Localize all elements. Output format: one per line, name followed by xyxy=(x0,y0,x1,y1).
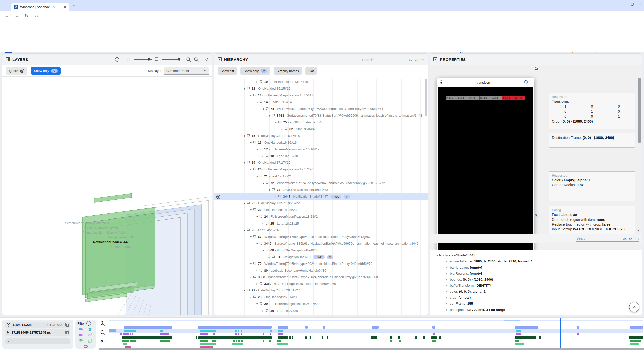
hierarchy-search-field[interactable]: Search Aaab(.*) xyxy=(362,56,424,63)
filter-rings-icon[interactable] xyxy=(84,344,88,349)
forward-icon[interactable]: → xyxy=(15,13,19,18)
layer-rect[interactable] xyxy=(94,193,132,202)
screen-recording-event[interactable] xyxy=(198,326,272,329)
tree-node-72[interactable]: ▼72 - WindowToken{a2746de type=2040 andr… xyxy=(214,180,428,187)
screen-recording-event[interactable] xyxy=(372,326,379,329)
visibility-eye-icon[interactable] xyxy=(216,195,221,199)
protolog-event[interactable] xyxy=(236,340,237,342)
scroll-down-icon[interactable]: ▼ xyxy=(637,229,640,232)
transactions-event[interactable] xyxy=(390,336,392,339)
filter-zigzag-icon[interactable] xyxy=(88,333,92,337)
tree-node-81[interactable]: 81 - NavigationBar0#81HWCV xyxy=(214,254,428,260)
window-manager-event[interactable] xyxy=(200,333,208,335)
property-item-activeBuffer[interactable]: activeBuffer: w: 1080, h: 2400, stride: … xyxy=(446,259,642,263)
tree-node-82[interactable]: 82 - StatusBar#82 xyxy=(214,126,428,133)
screen-recording-event[interactable] xyxy=(278,326,288,329)
protolog-event[interactable] xyxy=(277,340,281,342)
window-manager-event[interactable] xyxy=(126,333,128,335)
filter-listlines-icon[interactable] xyxy=(79,339,83,343)
screen-recording-event[interactable] xyxy=(577,326,580,329)
surface-flinger-event[interactable] xyxy=(124,330,136,332)
property-item-barrierLayer[interactable]: barrierLayer: [empty] xyxy=(446,266,642,269)
back-icon[interactable]: ← xyxy=(5,13,9,18)
screen-recording-event[interactable] xyxy=(323,326,325,329)
tree-node-19[interactable]: ▼19 - OneHanded:17:17#19 xyxy=(214,159,428,166)
window-minimize-button[interactable]: — xyxy=(622,2,625,6)
reload-icon[interactable]: ↻ xyxy=(25,13,28,19)
tree-node-74[interactable]: ▼74 - WindowToken{fdddbe6 type=2000 andr… xyxy=(214,106,428,112)
tree-node-25[interactable]: 25 - Le af:18:23#25 xyxy=(214,220,428,227)
view-capture-event[interactable] xyxy=(200,343,216,345)
prev-frame-icon[interactable]: ‹ xyxy=(8,340,9,343)
tab-search-chevron-icon[interactable]: ⌄ xyxy=(3,3,6,7)
surface-flinger-event[interactable] xyxy=(235,330,237,332)
surface-flinger-event[interactable] xyxy=(516,330,520,332)
transactions-event[interactable] xyxy=(539,336,542,339)
window-close-button[interactable]: ✕ xyxy=(639,2,642,6)
show-diff-button[interactable]: Show diff xyxy=(218,67,237,75)
ns-time-field[interactable]: ⚑ 1715339054227572545 ns xyxy=(5,329,70,336)
surface-flinger-event[interactable] xyxy=(238,330,239,332)
view-capture-event[interactable] xyxy=(123,343,127,345)
layers-3d-scene[interactable]: ScreenDecorOverlayBottom#61ScreenDecorOv… xyxy=(4,130,212,315)
property-item-dataspace[interactable]: dataspace: BT709 sRGB Full range xyxy=(446,308,642,312)
transactions-event[interactable] xyxy=(198,336,272,339)
tree-node-67[interactable]: ▼67 - WindowToken{e5176f9 type=2019 andr… xyxy=(214,234,428,240)
tree-node-12[interactable]: ▼12 - OneHanded:15:15#12 xyxy=(214,85,428,92)
screen-recording-event[interactable] xyxy=(515,326,538,329)
tree-node-3369[interactable]: 3369 - 67726bf EdgeBackGestureHandler0#3… xyxy=(214,281,428,287)
tree-node-27[interactable]: ▼27 - HideDisplayCutout:26:31#27 xyxy=(214,287,428,294)
protolog-event[interactable] xyxy=(238,340,240,342)
window-manager-event[interactable] xyxy=(132,333,133,335)
new-tab-button[interactable]: + xyxy=(72,3,75,9)
filter-layers-icon[interactable] xyxy=(88,327,92,331)
window-manager-event[interactable] xyxy=(516,333,520,335)
tree-node-3449[interactable]: ▼3449 - Surface(name=885b63e NavigationB… xyxy=(214,240,428,247)
copy-time-icon[interactable] xyxy=(65,323,69,327)
screen-recording-event[interactable] xyxy=(124,326,172,329)
transactions-event[interactable] xyxy=(327,336,328,339)
property-item-bufferTransform[interactable]: bufferTransform: IDENTITY xyxy=(446,284,642,287)
minimize-overlay-icon[interactable]: _ xyxy=(530,80,532,85)
transactions-event[interactable] xyxy=(629,336,643,339)
window-manager-event[interactable] xyxy=(123,333,126,335)
info-icon[interactable]: ⓘ xyxy=(524,80,528,85)
tree-node-14[interactable]: ▼14 - Leaf:15:15#14 xyxy=(214,99,428,106)
window-manager-event[interactable] xyxy=(241,333,242,335)
protolog-event[interactable] xyxy=(134,340,136,342)
filter-frames-icon[interactable] xyxy=(88,339,92,343)
simplify-names-button[interactable]: Simplify names xyxy=(274,67,302,75)
protolog-event[interactable] xyxy=(130,340,134,342)
tree-node-23[interactable]: ▼23 - OneHanded:18:23#23 xyxy=(214,207,428,213)
view-capture-event[interactable] xyxy=(515,343,524,345)
window-manager-event[interactable] xyxy=(433,333,435,335)
tab-close-icon[interactable]: ✕ xyxy=(64,5,66,9)
overlay-header[interactable]: transition ⓘ _ xyxy=(437,78,534,87)
property-item-currFrame[interactable]: currFrame: 155 xyxy=(446,302,642,305)
protolog-event[interactable] xyxy=(233,340,235,342)
surface-flinger-event[interactable] xyxy=(160,330,163,332)
frame-step-bar[interactable]: ‹ › xyxy=(5,338,70,344)
surface-flinger-event[interactable] xyxy=(278,330,283,332)
timeline-tracks[interactable] xyxy=(109,318,643,349)
timeline-overview-strip[interactable] xyxy=(109,320,643,321)
protolog-event[interactable] xyxy=(241,340,243,342)
property-item-blurRegions[interactable]: blurRegions: [empty] xyxy=(446,272,642,275)
window-manager-event[interactable] xyxy=(238,333,239,335)
protolog-event[interactable] xyxy=(160,340,170,342)
match-word-toggle[interactable]: ab xyxy=(415,59,418,62)
tree-node-15[interactable]: ▼15 - HideDisplayCutout:16:16#15 xyxy=(214,133,428,139)
window-manager-event[interactable] xyxy=(160,333,169,335)
tree-node-75[interactable]: ▼75 - ed70f88 StatusBar#75 xyxy=(214,119,428,126)
transactions-event[interactable] xyxy=(439,336,441,339)
view-capture-event[interactable] xyxy=(630,343,639,345)
property-item-crop[interactable]: crop: {empty} xyxy=(446,296,642,299)
flat-button[interactable]: Flat xyxy=(305,67,317,75)
surface-flinger-event[interactable] xyxy=(241,330,242,332)
window-manager-event[interactable] xyxy=(278,333,283,335)
tree-node-3368[interactable]: ▼3368 - WindowToken{f6b2f60 type=2024 an… xyxy=(214,274,428,281)
tree-node-21[interactable]: ▼21 - Leaf:17:17#21 xyxy=(214,173,428,180)
timeline-zoom-out-icon[interactable] xyxy=(100,330,105,335)
screen-recording-event[interactable] xyxy=(630,326,643,329)
tree-node-79[interactable]: ▼79 - WindowToken{7046b4a type=2024 andr… xyxy=(214,260,428,267)
